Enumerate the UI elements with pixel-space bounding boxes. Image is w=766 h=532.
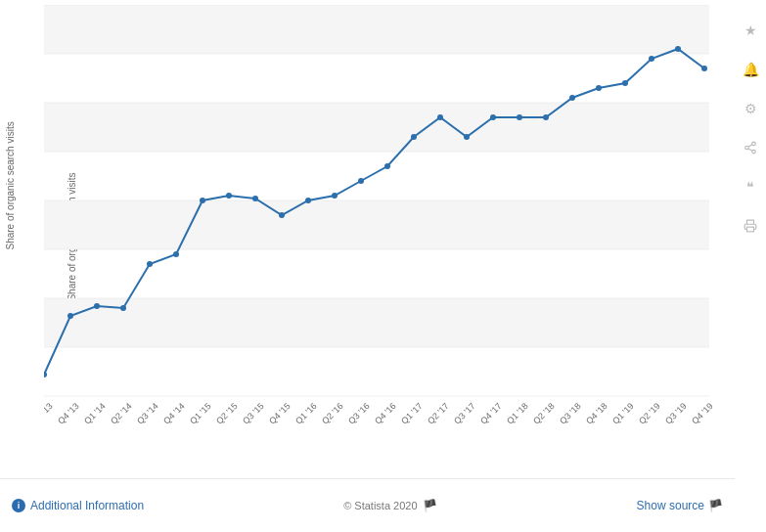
svg-text:Q3 '16: Q3 '16 [346,401,372,426]
svg-text:Q1 '18: Q1 '18 [505,401,530,426]
svg-text:Q1 '19: Q1 '19 [610,401,636,426]
data-point [358,178,364,184]
statista-credit: © Statista 2020 🏴 [343,499,436,512]
data-point [437,114,443,120]
svg-text:Q2 '14: Q2 '14 [109,401,134,426]
svg-text:Q1 '15: Q1 '15 [188,401,213,426]
svg-text:Q2 '19: Q2 '19 [637,401,662,426]
data-point [543,114,549,120]
data-point [490,114,496,120]
data-point [701,66,707,71]
svg-point-2 [752,150,756,154]
statista-flag-icon: 🏴 [423,499,437,512]
share-icon[interactable] [740,137,761,158]
data-point [226,193,232,199]
data-point [332,193,338,199]
data-point [147,261,153,267]
gear-icon[interactable]: ⚙ [740,98,761,119]
svg-text:Q2 '18: Q2 '18 [531,401,557,426]
svg-line-3 [748,149,752,151]
svg-text:Q2 '15: Q2 '15 [214,401,240,426]
svg-rect-6 [44,5,709,54]
svg-point-1 [745,146,749,150]
svg-text:Q4 '17: Q4 '17 [478,401,504,426]
print-icon[interactable] [740,215,761,237]
data-point [120,305,126,311]
data-point [517,114,522,120]
svg-text:Q4 '18: Q4 '18 [584,401,609,426]
footer: i Additional Information © Statista 2020… [0,478,735,532]
chart-container: ★ 🔔 ⚙ ❝ Share of organic search visits [0,0,766,532]
svg-rect-8 [44,200,709,249]
sidebar-icons: ★ 🔔 ⚙ ❝ [735,0,766,532]
data-point [44,372,47,377]
svg-text:Q4 '16: Q4 '16 [373,401,398,426]
data-point [622,80,628,86]
svg-rect-5 [747,227,754,232]
svg-line-4 [748,145,752,147]
additional-info-label: Additional Information [30,499,144,512]
svg-text:Q3 '17: Q3 '17 [452,401,477,426]
svg-text:Q1 '14: Q1 '14 [82,401,108,426]
svg-text:Q4 '14: Q4 '14 [161,401,187,426]
svg-text:Q4 '19: Q4 '19 [690,401,715,426]
svg-text:Q3 '14: Q3 '14 [135,401,160,426]
svg-text:Q1 '17: Q1 '17 [399,401,425,426]
line-chart: 65% 60% 55% 50% 45% 40% 35% 30% 25% Q3 '… [44,5,743,455]
svg-text:Q2 '16: Q2 '16 [320,401,345,426]
svg-text:Q3 '18: Q3 '18 [558,401,583,426]
star-icon[interactable]: ★ [740,20,761,41]
show-source-button[interactable]: Show source 🏴 [637,499,723,512]
data-point [279,212,285,218]
svg-text:Q3 '15: Q3 '15 [241,401,266,426]
data-point [200,198,205,203]
data-point [464,134,470,140]
info-icon: i [12,499,25,512]
data-point [305,198,311,203]
chart-area: Share of organic search visits 65% 60% [0,0,735,473]
svg-text:Q1 '16: Q1 '16 [293,401,319,426]
data-point [675,46,681,52]
y-axis-label: Share of organic search visits [5,153,16,250]
data-point [411,134,417,140]
data-point [173,251,179,257]
data-point [68,313,73,319]
statista-credit-text: © Statista 2020 [343,500,417,511]
svg-rect-7 [44,103,709,152]
svg-point-0 [752,142,756,146]
bell-icon[interactable]: 🔔 [740,59,761,80]
svg-text:Q3 '13: Q3 '13 [44,401,55,426]
data-point [94,303,100,309]
svg-text:Q4 '13: Q4 '13 [56,401,81,426]
data-point [596,85,602,91]
data-point [649,56,654,62]
source-flag-icon: 🏴 [708,499,723,512]
svg-rect-9 [44,298,709,347]
svg-text:Q2 '17: Q2 '17 [426,401,451,426]
data-point [569,95,575,101]
show-source-label: Show source [637,499,704,512]
additional-info-button[interactable]: i Additional Information [12,499,144,512]
svg-text:Q4 '15: Q4 '15 [267,401,293,426]
quote-icon[interactable]: ❝ [740,176,761,198]
data-point [384,163,390,169]
svg-text:Q3 '19: Q3 '19 [663,401,689,426]
data-point [252,196,258,201]
